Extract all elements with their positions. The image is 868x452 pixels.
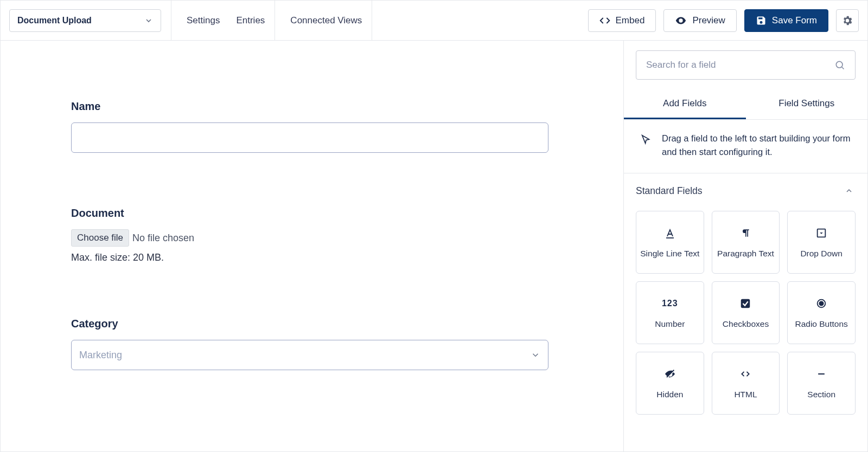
field-document[interactable]: Document Choose file No file chosen Max.… — [71, 207, 556, 263]
field-type-label: Paragraph Text — [717, 249, 774, 259]
field-type-label: Drop Down — [800, 249, 843, 259]
field-type-label: Single Line Text — [640, 249, 699, 259]
chevron-down-icon — [144, 16, 153, 25]
nav-entries[interactable]: Entries — [236, 15, 265, 26]
field-search[interactable]: Search for a field — [636, 50, 856, 80]
section-title: Standard Fields — [636, 185, 703, 197]
field-type-label: Radio Buttons — [795, 319, 847, 329]
nav-settings[interactable]: Settings — [187, 15, 220, 26]
nav-connected-views[interactable]: Connected Views — [290, 15, 362, 26]
form-switcher[interactable]: Document Upload — [9, 9, 161, 32]
file-status-text: No file chosen — [132, 233, 194, 244]
save-icon — [756, 15, 767, 26]
divider — [372, 1, 372, 41]
field-type-number[interactable]: 123 Number — [636, 281, 704, 344]
number-icon: 123 — [662, 296, 678, 311]
eye-icon — [675, 15, 687, 27]
form-canvas[interactable]: Name Document Choose file No file chosen… — [1, 41, 623, 451]
embed-label: Embed — [616, 15, 645, 26]
chevron-up-icon — [845, 186, 853, 195]
section-icon — [815, 367, 827, 381]
form-switcher-label: Document Upload — [17, 16, 92, 25]
field-name[interactable]: Name — [71, 100, 556, 153]
radio-icon — [815, 296, 827, 311]
preview-button[interactable]: Preview — [663, 9, 736, 32]
nav-links-2: Connected Views — [285, 15, 362, 26]
field-type-html[interactable]: HTML — [712, 352, 780, 415]
field-type-grid: Single Line Text Paragraph Text Drop Dow… — [624, 205, 867, 420]
svg-point-1 — [836, 61, 843, 68]
field-type-section[interactable]: Section — [787, 352, 856, 415]
field-category[interactable]: Category Marketing — [71, 318, 556, 370]
dropdown-icon — [815, 226, 827, 240]
hidden-eye-icon — [663, 367, 676, 381]
search-placeholder: Search for a field — [646, 60, 716, 70]
field-type-drop-down[interactable]: Drop Down — [787, 211, 856, 274]
checkbox-icon — [739, 296, 751, 311]
field-label-document: Document — [71, 207, 556, 219]
field-type-single-line-text[interactable]: Single Line Text — [636, 211, 704, 274]
svg-point-7 — [819, 301, 823, 305]
nav-links: Settings Entries — [181, 15, 265, 26]
field-type-paragraph-text[interactable]: Paragraph Text — [712, 211, 780, 274]
paragraph-icon — [740, 226, 751, 240]
field-label-name: Name — [71, 100, 556, 113]
settings-gear-button[interactable] — [836, 9, 859, 32]
cursor-icon — [640, 134, 652, 159]
field-type-label: Number — [655, 319, 685, 329]
category-select[interactable]: Marketing — [71, 340, 548, 370]
svg-rect-5 — [741, 299, 750, 308]
divider — [171, 1, 171, 41]
tab-add-fields[interactable]: Add Fields — [624, 89, 746, 119]
field-type-label: Checkboxes — [723, 319, 769, 329]
divider — [275, 1, 275, 41]
sidebar-tabs: Add Fields Field Settings — [624, 89, 867, 120]
field-type-label: Hidden — [656, 390, 683, 399]
embed-button[interactable]: Embed — [588, 9, 656, 32]
field-sidebar: Search for a field Add Fields Field Sett… — [623, 41, 867, 451]
category-placeholder: Marketing — [79, 350, 122, 361]
field-type-radio-buttons[interactable]: Radio Buttons — [787, 281, 856, 344]
code-icon — [599, 15, 610, 26]
tab-field-settings[interactable]: Field Settings — [746, 89, 868, 119]
save-button[interactable]: Save Form — [744, 9, 828, 32]
svg-line-2 — [842, 67, 844, 69]
preview-label: Preview — [692, 15, 725, 26]
name-input[interactable] — [71, 122, 548, 153]
field-label-category: Category — [71, 318, 556, 330]
gear-icon — [841, 15, 853, 27]
text-a-icon — [663, 226, 676, 240]
search-icon — [834, 60, 845, 70]
file-size-hint: Max. file size: 20 MB. — [71, 252, 556, 263]
field-type-label: Section — [807, 390, 835, 399]
drag-hint: Drag a field to the left to start buildi… — [624, 120, 867, 173]
choose-file-button[interactable]: Choose file — [71, 229, 129, 247]
field-type-label: HTML — [734, 390, 757, 399]
chevron-down-icon — [531, 350, 540, 360]
svg-point-0 — [680, 20, 682, 22]
save-label: Save Form — [772, 15, 817, 26]
standard-fields-header[interactable]: Standard Fields — [624, 173, 867, 205]
html-icon — [739, 367, 752, 381]
header-toolbar: Document Upload Settings Entries Connect… — [1, 1, 867, 41]
drag-hint-text: Drag a field to the left to start buildi… — [662, 132, 851, 159]
field-type-checkboxes[interactable]: Checkboxes — [712, 281, 780, 344]
field-type-hidden[interactable]: Hidden — [636, 352, 704, 415]
